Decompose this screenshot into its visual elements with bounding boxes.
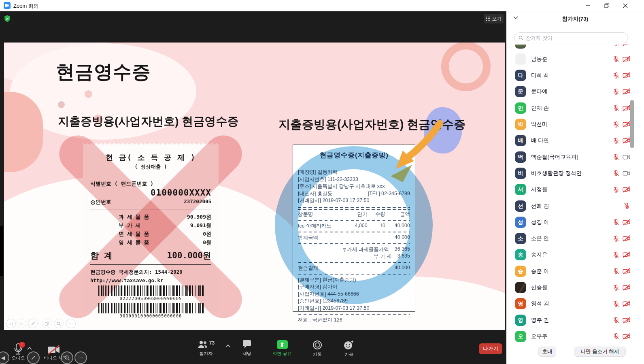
minimize-button[interactable]: [579, 0, 597, 11]
floating-zoom-button[interactable]: [61, 351, 73, 364]
video-off-icon: [623, 72, 630, 79]
avatar: 오: [515, 331, 526, 342]
avatar: 비: [515, 168, 526, 179]
record-button[interactable]: 기록: [301, 340, 334, 358]
video-off-icon: [623, 56, 630, 62]
slide-zoom-button[interactable]: [54, 319, 64, 328]
participant-status-icons: [613, 72, 630, 79]
avatar: 성: [515, 217, 526, 228]
participant-row[interactable]: 비 비호생활관장 정석연: [506, 165, 644, 181]
floating-more-button[interactable]: ⋯: [74, 351, 87, 364]
avatar: [515, 45, 526, 49]
reactions-label: 반응: [344, 351, 353, 358]
participants-button[interactable]: 73 참가자: [190, 340, 222, 357]
participant-name: 민채 손: [531, 104, 613, 112]
participant-row[interactable]: 오 오무주: [506, 328, 644, 345]
close-button[interactable]: [616, 0, 634, 11]
participant-name: 문다예: [531, 88, 613, 95]
panel-scrollbar[interactable]: [630, 100, 634, 148]
avatar-initial: 영: [518, 300, 523, 307]
record-icon: [312, 340, 322, 350]
participant-name: 다희 최: [531, 72, 613, 79]
mic-muted-icon: [613, 219, 620, 226]
video-off-icon: [623, 45, 630, 46]
avatar-initial: 배: [518, 137, 523, 144]
participant-name: 소은 안: [531, 235, 613, 242]
participant-row[interactable]: 남동훈: [506, 51, 644, 67]
participant-row[interactable]: 성 성경 이: [506, 214, 644, 230]
participant-list: 남동훈 다 다희 최 문 문다예 민 민채 손 박 박선미 배 배 다연 백 백…: [506, 45, 644, 347]
participant-name: 성경 이: [531, 219, 613, 226]
restore-button[interactable]: [598, 0, 616, 11]
avatar: 배: [515, 135, 526, 146]
participant-row[interactable]: 승 승훈 이: [506, 263, 644, 279]
video-off-icon: [623, 317, 630, 324]
share-screen-button[interactable]: 화면 공유: [266, 340, 298, 357]
search-icon: [519, 35, 523, 40]
slide-pen-button[interactable]: [28, 319, 38, 328]
participant-row[interactable]: 영 영주 권: [506, 312, 644, 328]
participant-row[interactable]: 민 민채 손: [506, 100, 644, 116]
reactions-icon: [344, 340, 354, 350]
avatar-initial: 비: [518, 170, 523, 177]
slide-prev-button[interactable]: ◁: [6, 319, 16, 328]
participant-row[interactable]: 송 송지은: [506, 247, 644, 263]
avatar: 소: [515, 233, 526, 244]
participant-row[interactable]: 신승원: [506, 279, 644, 296]
participant-row[interactable]: 소 소은 안: [506, 230, 644, 247]
mic-muted-icon: [613, 121, 620, 128]
video-off-icon: [623, 137, 630, 144]
video-off-icon: [623, 251, 630, 258]
participant-row[interactable]: [506, 45, 644, 51]
right-receipt-heading: 지출증빙용(사업자번호) 현금영수증: [278, 117, 465, 133]
window-titlebar: Zoom 회의: [0, 0, 644, 11]
avatar-initial: 오: [518, 333, 523, 340]
video-off-icon: [623, 268, 630, 275]
participants-chevron-up-icon[interactable]: [225, 344, 231, 348]
chat-button[interactable]: 채팅: [231, 340, 263, 357]
participant-row[interactable]: 백 백순철(국어교육과): [506, 149, 644, 165]
participant-row[interactable]: 영 영석 김: [506, 296, 644, 312]
participant-row[interactable]: 박 박선미: [506, 116, 644, 132]
audio-button-label[interactable]: 오디오: [8, 355, 28, 361]
mic-muted-icon: [613, 170, 620, 177]
avatar-initial: 승: [518, 268, 523, 275]
avatar-initial: 백: [518, 153, 523, 161]
participant-row[interactable]: 문 문다예: [506, 83, 644, 100]
mic-muted-icon: [613, 251, 620, 258]
reactions-button[interactable]: 반응: [333, 340, 365, 358]
video-off-icon: [623, 219, 630, 226]
participant-status-icons: [613, 317, 630, 324]
participant-row[interactable]: 다 다희 최: [506, 67, 644, 83]
audio-chevron-up-icon[interactable]: [27, 347, 32, 350]
avatar-initial: 송: [518, 251, 523, 258]
invite-button[interactable]: 초대: [538, 347, 556, 357]
participant-name: 신승원: [531, 284, 613, 291]
avatar-initial: 문: [518, 88, 523, 95]
video-off-icon: [623, 88, 630, 95]
participant-row[interactable]: 배 배 다연: [506, 132, 644, 149]
video-off-icon[interactable]: [47, 345, 61, 355]
mic-muted-icon: [613, 300, 620, 307]
avatar-initial: 소: [518, 235, 523, 242]
video-off-icon: [623, 121, 630, 128]
slide-more-button[interactable]: ⋯: [66, 319, 76, 328]
search-input[interactable]: [526, 35, 624, 41]
avatar-initial: 성: [518, 219, 523, 226]
slide-next-button[interactable]: ▷: [17, 319, 26, 328]
participants-panel: 참가자(73) 남동훈 다 다희 최 문 문다예 민 민채 손 박 박선미 배: [506, 11, 644, 364]
avatar: 다: [515, 70, 526, 81]
participant-name: 배 다연: [531, 137, 613, 144]
participant-status-icons: [613, 333, 630, 340]
participant-name: 비호생활관장 정석연: [531, 170, 613, 177]
security-shield-icon[interactable]: [4, 15, 11, 22]
participant-row[interactable]: 선 선희 김: [506, 198, 644, 214]
participant-row[interactable]: 서 서정원: [506, 181, 644, 198]
video-on-icon: [623, 154, 630, 160]
participant-search[interactable]: [514, 32, 628, 43]
floating-pen-button[interactable]: [27, 351, 40, 364]
slide-copy-button[interactable]: [42, 319, 51, 328]
leave-button[interactable]: 나가기: [479, 343, 502, 354]
unmute-button[interactable]: 나만 음소거 해제: [574, 347, 626, 357]
view-button[interactable]: 보기: [484, 14, 504, 23]
